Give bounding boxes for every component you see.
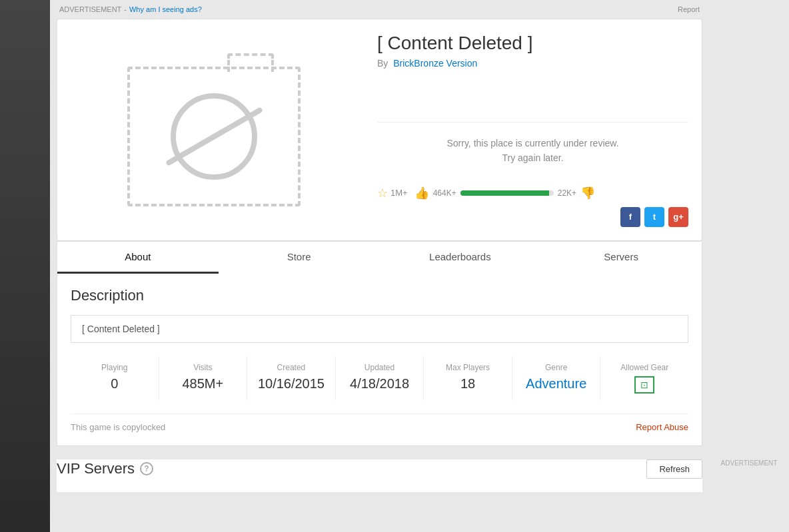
vip-servers-title: VIP Servers [57,460,135,477]
folder-frame [127,67,301,206]
stat-genre: Genre Adventure [512,356,601,400]
copylocked-text: This game is copylocked [71,422,165,432]
stat-visits: Visits 485M+ [159,356,248,400]
star-icon: ☆ [377,186,388,200]
tab-leaderboards[interactable]: Leaderboards [380,242,541,274]
description-section-title: Description [71,287,688,304]
favorites-stat: ☆ 1M+ [377,186,408,200]
created-value: 10/16/2015 [251,376,332,392]
tab-servers[interactable]: Servers [540,242,702,274]
allowed-gear-label: Allowed Gear [604,363,685,372]
votes-up-count: 464K+ [433,188,456,198]
facebook-share-button[interactable]: f [620,207,640,227]
favorites-value: 1M+ [391,188,408,198]
tab-about[interactable]: About [57,242,219,274]
genre-value[interactable]: Adventure [516,376,597,392]
stats-row: ☆ 1M+ 👍 464K+ 22K+ 👎 [377,179,688,200]
updated-value: 4/18/2018 [339,376,420,392]
main-content: ADVERTISEMENT - Why am I seeing ads? Rep… [50,0,709,532]
vote-bar-fill [460,190,549,196]
stat-updated: Updated 4/18/2018 [336,356,424,400]
twitter-share-button[interactable]: t [644,207,664,227]
stat-playing: Playing 0 [71,356,159,400]
game-author: By BrickBronze Version [377,58,688,69]
game-info: [ Content Deleted ] By BrickBronze Versi… [377,33,688,227]
right-sidebar: ADVERTISEMENT [709,0,789,532]
gear-box-icon: ⊡ [634,376,654,394]
updated-label: Updated [339,363,420,372]
visits-label: Visits [163,363,244,372]
report-abuse-link[interactable]: Report Abuse [636,422,688,432]
game-card: [ Content Deleted ] By BrickBronze Versi… [57,19,702,241]
description-box: [ Content Deleted ] [71,315,688,343]
max-players-label: Max Players [427,363,508,372]
vip-header: VIP Servers ? Refresh [57,459,702,479]
stat-max-players: Max Players 18 [424,356,512,400]
vote-bar [460,190,554,196]
thumbs-up-icon[interactable]: 👍 [414,186,429,200]
left-sidebar [0,0,50,532]
votes-down-count: 22K+ [558,188,576,198]
stats-table: Playing 0 Visits 485M+ Created 10/16/201… [71,356,688,400]
sidebar-ad-label: ADVERTISEMENT [721,459,778,467]
vip-help-icon[interactable]: ? [140,462,153,475]
why-ads-link[interactable]: Why am I seeing ads? [129,5,202,13]
game-title: [ Content Deleted ] [377,33,688,54]
max-players-value: 18 [427,376,508,392]
playing-value: 0 [74,376,155,392]
description-text: [ Content Deleted ] [82,324,160,334]
review-line2: Try again later. [377,150,688,165]
created-label: Created [251,363,332,372]
tab-store[interactable]: Store [219,242,380,274]
author-prefix: By [377,58,388,69]
advertisement-label: ADVERTISEMENT [59,5,121,13]
ad-bar: ADVERTISEMENT - Why am I seeing ads? Rep… [57,0,702,19]
tabs-bar: About Store Leaderboards Servers [57,241,702,274]
ad-separator: - [124,5,127,13]
vip-section: VIP Servers ? Refresh [57,459,702,492]
allowed-gear-icon: ⊡ [604,376,685,394]
stat-allowed-gear: Allowed Gear ⊡ [600,356,688,400]
votes-section: 👍 464K+ 22K+ 👎 [414,186,688,200]
report-link[interactable]: Report [678,5,700,13]
google-plus-share-button[interactable]: g+ [668,207,688,227]
review-line1: Sorry, this place is currently under rev… [377,136,688,150]
refresh-button[interactable]: Refresh [646,459,702,479]
playing-label: Playing [74,363,155,372]
no-symbol-icon [171,93,257,180]
content-area: Description [ Content Deleted ] Playing … [57,274,702,446]
visits-value: 485M+ [163,376,244,392]
genre-label: Genre [516,363,597,372]
footer-row: This game is copylocked Report Abuse [71,413,688,432]
author-link[interactable]: BrickBronze Version [393,58,477,69]
review-message: Sorry, this place is currently under rev… [377,122,688,166]
thumbs-down-icon[interactable]: 👎 [580,186,595,200]
vip-title-row: VIP Servers ? [57,460,153,477]
deleted-placeholder [127,53,301,206]
ad-bar-left: ADVERTISEMENT - Why am I seeing ads? [59,5,202,13]
stat-created: Created 10/16/2015 [247,356,336,400]
game-thumbnail [71,33,357,227]
social-row: f t g+ [377,207,688,227]
